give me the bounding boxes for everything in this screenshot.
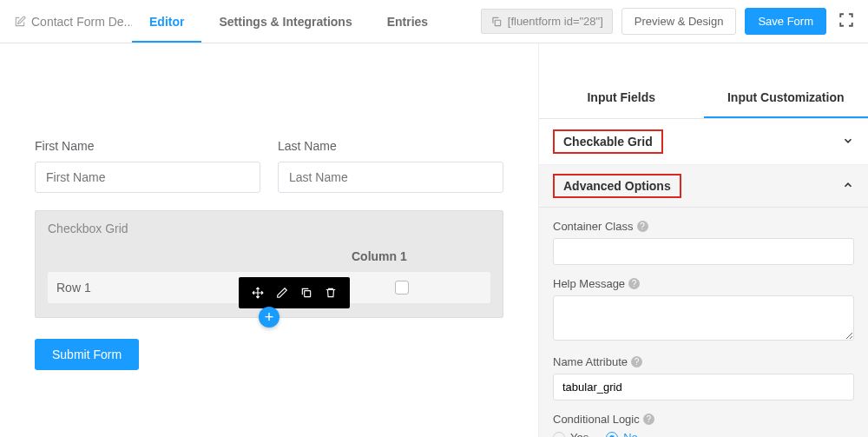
delete-button[interactable]	[319, 282, 343, 303]
sidebar: Input Fields Input Customization Checkab…	[538, 43, 868, 437]
help-icon[interactable]: ?	[637, 221, 648, 232]
preview-design-button[interactable]: Preview & Design	[621, 8, 737, 35]
grid-header-row: Column 1	[48, 249, 490, 263]
move-icon	[252, 287, 264, 299]
grid-row-1-label: Row 1	[56, 281, 91, 295]
form-title[interactable]: Contact Form De...	[10, 15, 132, 29]
advanced-options-body: Container Class ? Help Message ? Name At…	[539, 208, 868, 437]
help-message-label: Help Message ?	[553, 277, 854, 290]
tab-editor[interactable]: Editor	[132, 1, 201, 43]
help-message-group: Help Message ?	[553, 277, 854, 343]
svg-rect-0	[495, 20, 500, 25]
name-attribute-input[interactable]	[553, 374, 854, 401]
main-area: First Name Last Name Checkbox Grid Colum…	[0, 43, 868, 437]
tab-entries[interactable]: Entries	[370, 1, 445, 43]
chevron-up-icon	[842, 179, 854, 194]
move-button[interactable]	[246, 282, 270, 303]
topbar-right: [fluentform id="28"] Preview & Design Sa…	[481, 8, 858, 35]
tab-input-customization[interactable]: Input Customization	[704, 78, 869, 118]
checkable-grid-panel-header[interactable]: Checkable Grid	[539, 119, 868, 165]
duplicate-button[interactable]	[294, 282, 319, 303]
help-message-textarea[interactable]	[553, 295, 854, 341]
radio-icon	[553, 432, 565, 438]
nav-tabs: Editor Settings & Integrations Entries	[132, 1, 445, 43]
advanced-options-header[interactable]: Advanced Options	[539, 165, 868, 208]
topbar-left: Contact Form De... Editor Settings & Int…	[10, 1, 445, 43]
submit-form-button[interactable]: Submit Form	[35, 339, 139, 370]
last-name-label: Last Name	[278, 139, 503, 153]
container-class-input[interactable]	[553, 238, 854, 265]
sidebar-tabs: Input Fields Input Customization	[539, 78, 868, 119]
help-icon[interactable]: ?	[628, 278, 640, 289]
radio-icon	[606, 432, 618, 438]
container-class-group: Container Class ?	[553, 220, 854, 265]
pencil-icon	[276, 287, 288, 299]
first-name-label: First Name	[35, 139, 260, 153]
conditional-logic-label: Conditional Logic ?	[553, 413, 854, 426]
container-class-label: Container Class ?	[553, 220, 854, 233]
advanced-options-section: Advanced Options Container Class ? Help …	[539, 165, 868, 437]
grid-checkbox-r1c1[interactable]	[395, 281, 409, 295]
last-name-input[interactable]	[278, 162, 503, 193]
help-icon[interactable]: ?	[631, 356, 642, 367]
chevron-down-icon	[842, 135, 854, 149]
fullscreen-icon	[838, 12, 854, 28]
checkbox-grid-block[interactable]: Checkbox Grid Column 1 Row 1 +	[35, 210, 503, 318]
tab-settings[interactable]: Settings & Integrations	[201, 1, 369, 43]
top-bar: Contact Form De... Editor Settings & Int…	[0, 0, 868, 43]
trash-icon	[325, 287, 337, 299]
conditional-logic-radios: Yes No	[553, 431, 854, 437]
grid-title: Checkbox Grid	[48, 222, 490, 235]
grid-column-1-header: Column 1	[352, 249, 407, 263]
tab-input-fields[interactable]: Input Fields	[539, 78, 704, 118]
element-action-bar	[239, 277, 350, 308]
first-name-field: First Name	[35, 139, 260, 193]
form-canvas: First Name Last Name Checkbox Grid Colum…	[0, 43, 538, 437]
form-title-text: Contact Form De...	[31, 15, 132, 29]
edit-button[interactable]	[270, 282, 294, 303]
copy-icon	[490, 16, 503, 28]
help-icon[interactable]: ?	[643, 414, 654, 425]
add-element-button[interactable]: +	[259, 307, 279, 328]
conditional-logic-group: Conditional Logic ? Yes No	[553, 413, 854, 437]
cond-logic-no[interactable]: No	[606, 431, 638, 437]
checkable-grid-label: Checkable Grid	[553, 129, 663, 154]
save-form-button[interactable]: Save Form	[745, 8, 826, 35]
first-name-input[interactable]	[35, 162, 260, 193]
shortcode-text: [fluentform id="28"]	[508, 15, 603, 28]
name-attribute-group: Name Attribute ?	[553, 355, 854, 401]
svg-rect-1	[305, 291, 311, 297]
edit-icon	[14, 16, 26, 28]
advanced-options-label: Advanced Options	[553, 174, 681, 198]
name-row: First Name Last Name	[35, 139, 503, 193]
last-name-field: Last Name	[278, 139, 503, 193]
fullscreen-button[interactable]	[835, 9, 858, 34]
cond-logic-yes[interactable]: Yes	[553, 431, 589, 437]
copy-icon	[300, 287, 312, 299]
name-attribute-label: Name Attribute ?	[553, 355, 854, 368]
shortcode-box[interactable]: [fluentform id="28"]	[481, 9, 613, 34]
